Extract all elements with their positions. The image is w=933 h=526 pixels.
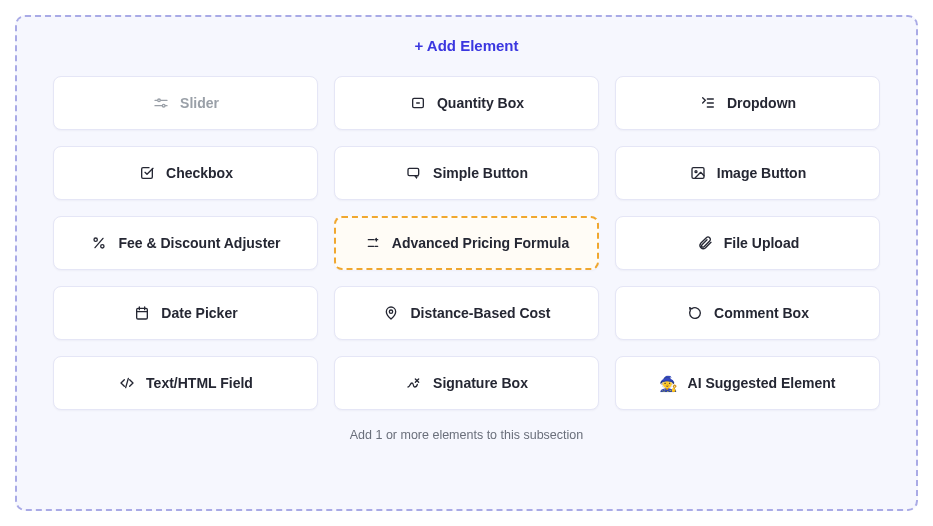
quantity-box-icon (409, 94, 427, 112)
calendar-icon (133, 304, 151, 322)
card-image-button[interactable]: Image Button (615, 146, 880, 200)
card-fee-discount[interactable]: Fee & Discount Adjuster (53, 216, 318, 270)
svg-point-14 (101, 245, 104, 248)
svg-point-3 (162, 104, 165, 107)
card-label: Text/HTML Field (146, 375, 253, 391)
card-advanced-pricing[interactable]: Advanced Pricing Formula (334, 216, 599, 270)
image-icon (689, 164, 707, 182)
card-quantity-box[interactable]: Quantity Box (334, 76, 599, 130)
button-icon (405, 164, 423, 182)
checkbox-icon (138, 164, 156, 182)
code-icon (118, 374, 136, 392)
svg-point-11 (695, 171, 697, 173)
sliders-icon (152, 94, 170, 112)
svg-rect-20 (137, 308, 148, 319)
card-label: Signature Box (433, 375, 528, 391)
card-label: Dropdown (727, 95, 796, 111)
card-distance-cost[interactable]: Distance-Based Cost (334, 286, 599, 340)
card-ai-suggested[interactable]: 🧙 AI Suggested Element (615, 356, 880, 410)
card-file-upload[interactable]: File Upload (615, 216, 880, 270)
percent-icon (90, 234, 108, 252)
svg-point-1 (158, 99, 161, 102)
card-label: AI Suggested Element (688, 375, 836, 391)
formula-icon (364, 234, 382, 252)
card-label: Comment Box (714, 305, 809, 321)
page-root: + Add Element Slider Quantity Box Dropdo… (0, 0, 933, 526)
card-label: Checkbox (166, 165, 233, 181)
location-icon (382, 304, 400, 322)
card-date-picker[interactable]: Date Picker (53, 286, 318, 340)
svg-line-12 (95, 238, 103, 247)
dropdown-icon (699, 94, 717, 112)
card-label: File Upload (724, 235, 799, 251)
comment-icon (686, 304, 704, 322)
card-slider[interactable]: Slider (53, 76, 318, 130)
card-label: Date Picker (161, 305, 237, 321)
svg-rect-9 (408, 168, 419, 175)
card-label: Slider (180, 95, 219, 111)
card-label: Advanced Pricing Formula (392, 235, 569, 251)
card-label: Image Button (717, 165, 806, 181)
svg-point-24 (390, 310, 393, 313)
wizard-icon: 🧙 (660, 374, 678, 392)
card-label: Simple Button (433, 165, 528, 181)
card-label: Quantity Box (437, 95, 524, 111)
svg-point-13 (94, 238, 97, 241)
panel-hint: Add 1 or more elements to this subsectio… (53, 428, 880, 442)
card-simple-button[interactable]: Simple Button (334, 146, 599, 200)
svg-line-25 (126, 378, 129, 387)
attachment-icon (696, 234, 714, 252)
add-element-panel: + Add Element Slider Quantity Box Dropdo… (15, 15, 918, 511)
card-signature-box[interactable]: Signature Box (334, 356, 599, 410)
signature-icon (405, 374, 423, 392)
card-text-html[interactable]: Text/HTML Field (53, 356, 318, 410)
element-grid: Slider Quantity Box Dropdown Checkbox (53, 76, 880, 410)
card-label: Distance-Based Cost (410, 305, 550, 321)
add-element-link[interactable]: + Add Element (53, 37, 880, 54)
card-checkbox[interactable]: Checkbox (53, 146, 318, 200)
card-dropdown[interactable]: Dropdown (615, 76, 880, 130)
card-comment-box[interactable]: Comment Box (615, 286, 880, 340)
card-label: Fee & Discount Adjuster (118, 235, 280, 251)
